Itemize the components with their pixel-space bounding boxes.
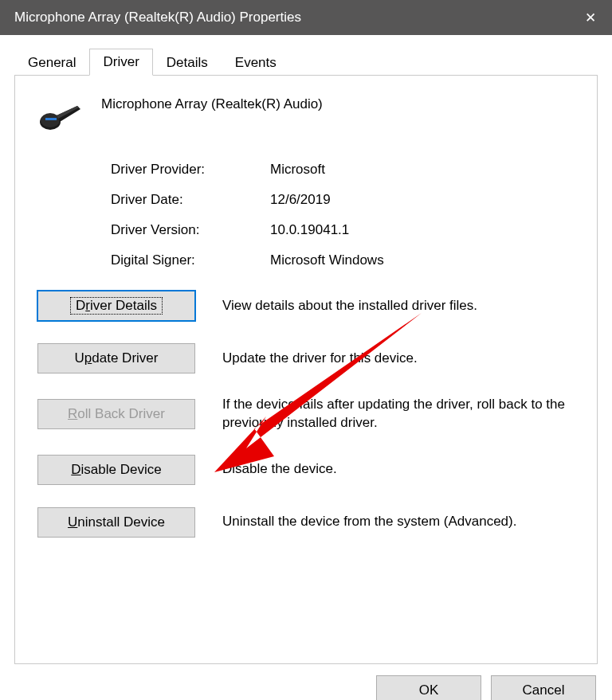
device-name: Microphone Array (Realtek(R) Audio) (101, 96, 323, 112)
date-label: Driver Date: (111, 192, 270, 208)
driver-tab-panel: Microphone Array (Realtek(R) Audio) Driv… (14, 75, 598, 664)
window-title: Microphone Array (Realtek(R) Audio) Prop… (14, 10, 301, 25)
close-icon[interactable]: ✕ (580, 10, 601, 26)
rollback-driver-desc: If the device fails after updating the d… (222, 396, 565, 432)
update-driver-desc: Update the driver for this device. (222, 350, 418, 368)
tab-general[interactable]: General (14, 49, 89, 76)
svg-rect-3 (45, 118, 57, 120)
dialog-footer: OK Cancel (0, 675, 612, 700)
driver-details-button[interactable]: Driver Details (37, 291, 195, 321)
cancel-button[interactable]: Cancel (491, 675, 596, 700)
tab-details[interactable]: Details (153, 49, 222, 76)
provider-value: Microsoft (270, 162, 575, 178)
rollback-driver-button: Roll Back Driver (37, 399, 195, 429)
version-value: 10.0.19041.1 (270, 222, 575, 238)
version-label: Driver Version: (111, 222, 270, 238)
disable-device-button[interactable]: Disable Device (37, 455, 195, 485)
uninstall-device-button[interactable]: Uninstall Device (37, 507, 195, 538)
update-driver-button[interactable]: Update Driver (37, 343, 195, 373)
uninstall-device-desc: Uninstall the device from the system (Ad… (222, 513, 516, 531)
disable-device-desc: Disable the device. (222, 460, 337, 479)
date-value: 12/6/2019 (270, 192, 575, 208)
titlebar: Microphone Array (Realtek(R) Audio) Prop… (0, 0, 612, 35)
tab-driver[interactable]: Driver (89, 49, 152, 76)
provider-label: Driver Provider: (111, 162, 270, 178)
tab-strip: General Driver Details Events (0, 35, 612, 75)
driver-details-desc: View details about the installed driver … (222, 297, 477, 315)
tab-events[interactable]: Events (222, 49, 290, 76)
ok-button[interactable]: OK (376, 675, 481, 700)
signer-value: Microsoft Windows (270, 252, 575, 268)
signer-label: Digital Signer: (111, 252, 270, 268)
microphone-device-icon (39, 98, 84, 133)
